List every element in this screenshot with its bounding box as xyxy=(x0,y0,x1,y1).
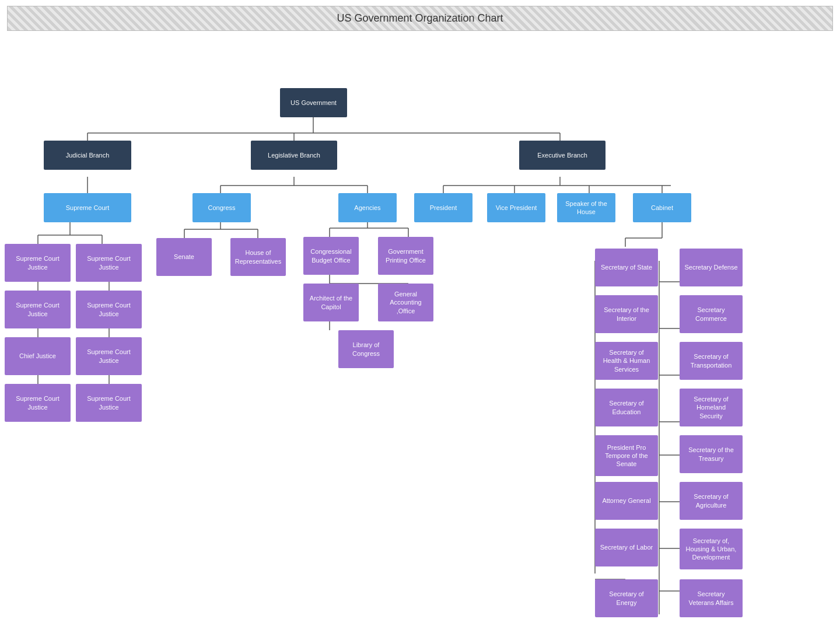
node-congress: Congress xyxy=(192,193,251,222)
node-scj7: Supreme Court Justice xyxy=(5,384,71,422)
node-scj4: Supreme Court Justice xyxy=(76,291,142,328)
page-title: US Government Organization Chart xyxy=(337,12,503,24)
node-chief-justice: Chief Justice xyxy=(5,337,71,375)
node-architect: Architect of the Capitol xyxy=(303,284,359,321)
node-gao: General Accounting ,Office xyxy=(378,284,433,321)
node-scj1: Supreme Court Justice xyxy=(5,244,71,282)
node-legislative: Legislative Branch xyxy=(251,141,337,170)
node-house-rep: House of Representatives xyxy=(230,238,286,276)
node-sec-defense: Secretary Defense xyxy=(680,249,743,286)
chart-area: US Government Judicial Branch Legislativ… xyxy=(0,37,840,54)
node-senate: Senate xyxy=(156,238,212,276)
node-speaker: Speaker of the House xyxy=(557,193,615,222)
node-attorney-general: Attorney General xyxy=(595,482,658,520)
node-sec-energy: Secretary of Energy xyxy=(595,579,658,617)
node-us-gov: US Government xyxy=(280,88,347,117)
node-sec-labor: Secretary of Labor xyxy=(595,529,658,566)
title-bar: US Government Organization Chart xyxy=(7,6,833,31)
node-cbo: Congressional Budget Office xyxy=(303,237,359,275)
node-library: Library of Congress xyxy=(338,330,394,368)
node-sec-hhs: Secretary of Health & Human Services xyxy=(595,342,658,380)
node-supreme-court: Supreme Court xyxy=(44,193,131,222)
node-sec-interior: Secretary of the Interior xyxy=(595,295,658,333)
node-executive: Executive Branch xyxy=(519,141,606,170)
node-sec-homeland: Secretary of Homeland Security xyxy=(680,389,743,426)
node-sec-education: Secretary of Education xyxy=(595,389,658,426)
node-agencies: Agencies xyxy=(338,193,397,222)
node-sec-hud: Secretary of, Housing & Urban, Developme… xyxy=(680,529,743,569)
node-sec-transport: Secretary of Transportation xyxy=(680,342,743,380)
node-gpo: Government Printing Office xyxy=(378,237,433,275)
node-judicial: Judicial Branch xyxy=(44,141,131,170)
node-scj5: Supreme Court Justice xyxy=(76,337,142,375)
node-president: President xyxy=(414,193,473,222)
node-sec-agriculture: Secretary of Agriculture xyxy=(680,482,743,520)
node-sec-treasury: Secretary of the Treasury xyxy=(680,435,743,473)
node-scj3: Supreme Court Justice xyxy=(5,291,71,328)
node-pro-tempore: President Pro Tempore of the Senate xyxy=(595,435,658,476)
node-sec-veterans: Secretary Veterans Affairs xyxy=(680,579,743,617)
node-scj2: Supreme Court Justice xyxy=(76,244,142,282)
node-cabinet: Cabinet xyxy=(633,193,691,222)
node-scj6: Supreme Court Justice xyxy=(76,384,142,422)
node-sec-state: Secretary of State xyxy=(595,249,658,286)
node-sec-commerce: Secretary Commerce xyxy=(680,295,743,333)
node-vice-president: Vice President xyxy=(487,193,545,222)
